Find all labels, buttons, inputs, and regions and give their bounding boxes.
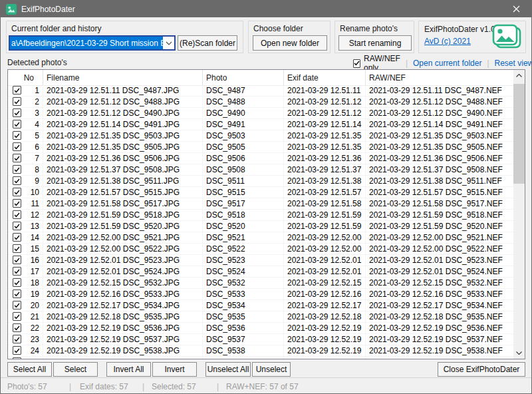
table-row[interactable]: 8 2021-03-29 12.51.37 DSC_9508.JPG DSC_9… <box>8 164 513 176</box>
row-checkbox[interactable] <box>13 131 21 140</box>
table-row[interactable]: 11 2021-03-29 12.51.58 DSC_9517.JPG DSC_… <box>8 198 513 210</box>
table-row[interactable]: 23 2021-03-29 12.52.19 DSC_9537.JPG DSC_… <box>8 334 513 345</box>
row-checkbox[interactable] <box>13 97 21 106</box>
row-filename-cell: 2021-03-29 12.51.59 DSC_9518.JPG <box>43 210 203 220</box>
raw-nef-only-checkbox[interactable] <box>353 59 360 68</box>
row-exif-date-cell: 2021-03-29 12.52.01 <box>284 255 366 266</box>
row-checkbox[interactable] <box>13 335 21 343</box>
table-row[interactable]: 21 2021-03-29 12.52.18 DSC_9535.JPG DSC_… <box>8 311 513 323</box>
column-header-exif-date[interactable]: Exif date <box>284 70 366 85</box>
row-exif-date-cell: 2021-03-29 12.52.18 <box>284 311 366 322</box>
start-renaming-button[interactable]: Start renaming <box>338 35 412 51</box>
close-app-button[interactable]: Close ExifPhotoDater <box>438 362 525 377</box>
invert-all-button[interactable]: Invert All <box>106 362 151 377</box>
row-checkbox[interactable] <box>13 210 21 219</box>
row-checkbox[interactable] <box>13 222 21 230</box>
chevron-down-icon[interactable] <box>163 37 174 49</box>
vertical-scrollbar[interactable] <box>513 70 525 359</box>
table-row[interactable]: 6 2021-03-29 12.51.35 DSC_9505.JPG DSC_9… <box>8 142 513 153</box>
row-checkbox[interactable] <box>13 233 21 242</box>
table-row[interactable]: 19 2021-03-29 12.52.16 DSC_9533.JPG DSC_… <box>8 289 513 300</box>
row-rawnef-cell: 2021-03-29 12.52.19 DSC_9538.NEF <box>366 345 513 356</box>
row-rawnef-cell: 2021-03-29 13.30.27 DSC_9540.NEF <box>366 357 513 359</box>
row-checkbox[interactable] <box>13 278 21 287</box>
table-row[interactable]: 14 2021-03-29 12.52.00 DSC_9521.JPG DSC_… <box>8 232 513 244</box>
row-exif-date-cell: 2021-03-29 12.51.11 <box>284 85 366 96</box>
row-checkbox[interactable] <box>13 346 21 355</box>
table-row[interactable]: 9 2021-03-29 12.51.38 DSC_9511.JPG DSC_9… <box>8 176 513 187</box>
row-exif-date-cell: 2021-03-29 12.51.59 <box>284 210 366 220</box>
table-row[interactable]: 15 2021-03-29 12.52.00 DSC_9522.JPG DSC_… <box>8 244 513 255</box>
table-row[interactable]: 7 2021-03-29 12.51.36 DSC_9506.JPG DSC_9… <box>8 153 513 164</box>
row-checkbox[interactable] <box>13 290 21 298</box>
row-checkbox[interactable] <box>13 142 21 151</box>
separator: | <box>142 382 144 391</box>
row-exif-date-cell: 2021-03-29 12.51.35 <box>284 130 366 141</box>
scrollbar-thumb[interactable] <box>513 84 525 184</box>
column-header-no[interactable]: No <box>8 70 43 85</box>
table-body: 1 2021-03-29 12.51.11 DSC_9487.JPG DSC_9… <box>8 85 513 359</box>
row-checkbox[interactable] <box>13 199 21 208</box>
column-header-rawnef[interactable]: RAW/NEF <box>366 70 513 85</box>
row-exif-date-cell: 2021-03-29 12.52.19 <box>284 345 366 356</box>
table-row[interactable]: 5 2021-03-29 12.51.35 DSC_9503.JPG DSC_9… <box>8 130 513 142</box>
table-row[interactable]: 17 2021-03-29 12.52.01 DSC_9524.JPG DSC_… <box>8 266 513 278</box>
unselect-button[interactable]: Unselect <box>252 362 291 377</box>
reset-view-link[interactable]: Reset view <box>495 59 532 68</box>
row-photo-cell: DSC_9538 <box>203 345 284 356</box>
row-checkbox[interactable] <box>13 165 21 174</box>
close-icon[interactable] <box>501 1 531 17</box>
scroll-up-icon[interactable] <box>513 70 525 81</box>
table-row[interactable]: 12 2021-03-29 12.51.59 DSC_9518.JPG DSC_… <box>8 210 513 221</box>
table-row[interactable]: 10 2021-03-29 12.51.57 DSC_9515.JPG DSC_… <box>8 187 513 198</box>
table-row[interactable]: 3 2021-03-29 12.51.12 DSC_9490.JPG DSC_9… <box>8 108 513 119</box>
row-rawnef-cell: 2021-03-29 12.52.15 DSC_9532.NEF <box>366 278 513 288</box>
row-photo-cell: DSC_9522 <box>203 244 284 254</box>
row-checkbox[interactable] <box>13 323 21 332</box>
row-checkbox[interactable] <box>13 120 21 128</box>
scroll-down-icon[interactable] <box>513 347 525 359</box>
row-checkbox[interactable] <box>13 176 21 185</box>
invert-button[interactable]: Invert <box>152 362 197 377</box>
table-row[interactable]: 20 2021-03-29 12.52.17 DSC_9534.JPG DSC_… <box>8 300 513 311</box>
table-row[interactable]: 16 2021-03-29 12.52.01 DSC_9523.JPG DSC_… <box>8 255 513 266</box>
select-all-button[interactable]: Select All <box>7 362 52 377</box>
open-current-folder-link[interactable]: Open current folder <box>413 59 481 68</box>
row-photo-cell: DSC_9508 <box>203 164 284 175</box>
open-new-folder-button[interactable]: Open new folder <box>253 35 327 51</box>
table-row[interactable]: 25 2021-03-29 13.30.27 DSC_9540.JPG DSC_… <box>8 357 513 359</box>
row-checkbox[interactable] <box>13 312 21 321</box>
table-row[interactable]: 1 2021-03-29 12.51.11 DSC_9487.JPG DSC_9… <box>8 85 513 97</box>
status-bar: Photo's: 57 | Exif dates: 57 | Selected:… <box>1 377 531 393</box>
table-row[interactable]: 18 2021-03-29 12.52.15 DSC_9532.JPG DSC_… <box>8 278 513 289</box>
row-checkbox[interactable] <box>13 357 21 359</box>
folder-history-combobox[interactable]: a\Afbeeldingen\2021-03-29 Short mission … <box>9 35 176 51</box>
row-checkbox[interactable] <box>13 301 21 309</box>
column-header-filename[interactable]: Filename <box>43 70 203 85</box>
row-filename-cell: 2021-03-29 12.51.59 DSC_9520.JPG <box>43 221 203 232</box>
column-header-photo[interactable]: Photo <box>203 70 284 85</box>
row-no-cell: 5 <box>8 130 43 141</box>
row-rawnef-cell: 2021-03-29 12.52.00 DSC_9521.NEF <box>366 232 513 243</box>
row-no-cell: 17 <box>8 266 43 277</box>
rescan-folder-button[interactable]: (Re)Scan folder <box>178 35 237 51</box>
row-checkbox[interactable] <box>13 188 21 196</box>
select-button[interactable]: Select <box>53 362 98 377</box>
table-row[interactable]: 4 2021-03-29 12.51.14 DSC_9491.JPG DSC_9… <box>8 119 513 130</box>
table-row[interactable]: 2 2021-03-29 12.51.12 DSC_9488.JPG DSC_9… <box>8 97 513 108</box>
row-no-cell: 14 <box>8 232 43 243</box>
table-row[interactable]: 24 2021-03-29 12.52.19 DSC_9538.JPG DSC_… <box>8 345 513 357</box>
row-checkbox[interactable] <box>13 256 21 264</box>
row-checkbox[interactable] <box>13 244 21 253</box>
row-checkbox[interactable] <box>13 86 21 95</box>
copyright-link[interactable]: AvD (c) 2021 <box>424 37 471 46</box>
row-checkbox[interactable] <box>13 154 21 162</box>
table-row[interactable]: 13 2021-03-29 12.51.59 DSC_9520.JPG DSC_… <box>8 221 513 232</box>
row-filename-cell: 2021-03-29 12.51.38 DSC_9511.JPG <box>43 176 203 186</box>
row-photo-cell: DSC_9536 <box>203 323 284 333</box>
row-filename-cell: 2021-03-29 12.52.15 DSC_9532.JPG <box>43 278 203 288</box>
row-checkbox[interactable] <box>13 108 21 117</box>
unselect-all-button[interactable]: Unselect All <box>205 362 251 377</box>
table-row[interactable]: 22 2021-03-29 12.52.19 DSC_9536.JPG DSC_… <box>8 323 513 334</box>
row-checkbox[interactable] <box>13 267 21 276</box>
